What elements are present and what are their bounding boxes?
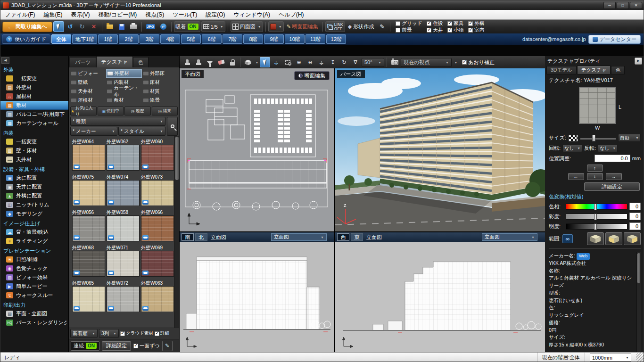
ceiling-checkbox[interactable]: 天井 — [427, 27, 443, 33]
menu-file[interactable]: ファイル(F) — [0, 10, 39, 19]
furniture-tool-dropdown[interactable]: ▼ — [268, 21, 284, 32]
east-tab[interactable]: 東 — [351, 233, 363, 241]
tab-color-props[interactable]: 色 — [611, 66, 625, 74]
floor-tab-11[interactable]: 11階 — [305, 34, 325, 44]
mapping-face-button[interactable] — [624, 232, 641, 245]
sidebar-item-background[interactable]: ☁背・前景/映込 — [0, 228, 68, 237]
scrollbar-thumb[interactable] — [637, 253, 640, 283]
texture-tile[interactable]: 外壁W072 — [107, 280, 140, 312]
fit-view-button[interactable] — [271, 57, 281, 67]
usage-guide-button[interactable]: ? 使い方ガイド — [2, 34, 50, 44]
pan-button[interactable] — [316, 57, 327, 67]
texture-tile[interactable]: 外壁W062 — [107, 139, 140, 171]
tab-texture-props[interactable]: テクスチャ — [577, 66, 611, 74]
hue-slider[interactable] — [566, 204, 627, 210]
maker-dropdown[interactable]: * メーカー▼ — [70, 127, 117, 136]
jpg-export-button[interactable]: JPG — [144, 21, 157, 32]
texture-tile[interactable]: 外壁W064 — [72, 139, 105, 171]
sort-dropdown[interactable]: 新着順▼ — [70, 329, 98, 338]
texture-tile[interactable]: 外壁W074 — [107, 174, 140, 206]
look-down-button[interactable]: ↧ — [328, 57, 338, 67]
sidebar-item-color-check[interactable]: ◉色覚チェック — [0, 264, 68, 273]
sidebar-item-plan-elevation-print[interactable]: ▤平面・立面図 — [0, 309, 68, 318]
slider-thumb[interactable] — [594, 204, 597, 210]
floor-tab-all[interactable]: 全体 — [51, 34, 71, 44]
mapping-box-button[interactable] — [587, 232, 604, 245]
texture-tile[interactable]: 外壁W075 — [72, 174, 105, 206]
fov-button[interactable]: ∇ — [350, 57, 361, 67]
resize-grip[interactable] — [636, 353, 644, 362]
floor-tab-9[interactable]: 9階 — [264, 34, 284, 44]
orbit-button[interactable]: ↻ — [339, 57, 349, 67]
furniture-checkbox[interactable]: 家具 — [447, 20, 463, 26]
elevation-south-viewport[interactable]: 南 北 立面図 立面図▼ — [180, 232, 334, 352]
save-button[interactable] — [116, 21, 127, 32]
sidebar-item-place-ceiling[interactable]: ▣天井に配置 — [0, 182, 68, 191]
sidebar-item-niche-trim[interactable]: ◫ニッチ/トリム — [0, 200, 68, 209]
texture-tile[interactable]: 外壁W068 — [72, 245, 105, 277]
viewpoint-extra-dropdown[interactable]: ▼ — [453, 57, 458, 67]
sidebar-item-roof-material[interactable]: ⌂屋根材 — [0, 92, 68, 101]
brightness-input[interactable]: 0 — [629, 222, 641, 230]
sidebar-item-easy-movie[interactable]: ▶簡単ムービー — [0, 282, 68, 291]
category-material[interactable]: 材質 — [142, 87, 178, 96]
brightness-slider[interactable] — [566, 223, 627, 230]
north-tab[interactable]: 北 — [195, 233, 207, 241]
back-to-floorplan-button[interactable]: ← 間取り編集へ — [2, 22, 52, 32]
category-ceiling-material[interactable]: 天井材 — [70, 87, 106, 96]
cloud-material-checkbox[interactable]: クラウド素材 — [120, 330, 153, 337]
category-accessory[interactable]: 添景 — [142, 96, 178, 105]
tilt-correction-checkbox[interactable]: あおり補正 — [462, 59, 495, 66]
zoom-window-button[interactable] — [282, 57, 293, 67]
sidebar-item-wall-floor[interactable]: ▨壁・床材 — [0, 146, 68, 155]
zoom-in-button[interactable]: ⊕ — [294, 57, 304, 67]
sidebar-item-curtain-wall[interactable]: ▦カーテンウォール — [0, 119, 68, 128]
link-faces-button[interactable]: ∞ — [562, 234, 573, 243]
zoom-out-button[interactable]: ⊖ — [305, 57, 315, 67]
columns-dropdown[interactable]: 3列▼ — [99, 329, 119, 338]
tab-parts[interactable]: パーツ — [70, 57, 96, 67]
scrollbar-thumb[interactable] — [175, 137, 179, 180]
menu-tools[interactable]: ツール(T) — [168, 10, 201, 19]
nudge-down-button[interactable]: ↓ — [587, 173, 603, 180]
texture-tile[interactable]: 外壁W058 — [107, 209, 140, 241]
interior-checkbox[interactable]: 室内 — [468, 27, 484, 33]
style-dropdown[interactable]: * スタイル▼ — [118, 127, 165, 136]
slider-thumb[interactable] — [592, 135, 595, 141]
viewpoint-dropdown[interactable]: 現在の視点▼ — [401, 58, 452, 67]
category-floor-material[interactable]: 床材 — [142, 78, 178, 87]
kind-dropdown[interactable]: * 種類▼ — [70, 117, 165, 126]
west-tab[interactable]: 西 — [337, 233, 349, 241]
texture-tile[interactable]: 外壁W071 — [107, 245, 140, 277]
texture-tile[interactable]: 外壁W063 — [141, 280, 174, 312]
nudge-left-button[interactable]: ← — [568, 173, 584, 180]
plan-viewport[interactable]: 平面図 断面編集 — [180, 68, 334, 231]
flip-dropdown[interactable]: なし▼ — [598, 144, 618, 152]
menu-settings[interactable]: 設定(O) — [201, 10, 229, 19]
menu-view[interactable]: 表示(V) — [66, 10, 94, 19]
sidebar-item-paving-material[interactable]: ▦敷材 — [0, 101, 68, 110]
datacenter-button[interactable]: データセンター — [588, 35, 641, 44]
sidebar-item-balcony[interactable]: ▥バルコニー/共用廊下 — [0, 110, 68, 119]
lock-button[interactable] — [227, 57, 238, 67]
rotate-dropdown[interactable]: なし▼ — [562, 144, 582, 152]
texture-tile[interactable]: 外壁W066 — [141, 209, 174, 241]
sidebar-item-perspective-render[interactable]: HQパース・レンダリング — [0, 318, 68, 327]
floor-tab-4[interactable]: 4階 — [160, 34, 180, 44]
elevation-type-dropdown[interactable]: 立面図▼ — [482, 233, 537, 241]
menu-help[interactable]: ヘルプ(H) — [274, 10, 308, 19]
continuous-toggle-button[interactable]: 連続 ON — [71, 341, 99, 351]
display-mode-button[interactable] — [243, 57, 253, 67]
size-slider[interactable] — [580, 135, 616, 141]
print-button[interactable] — [128, 21, 139, 32]
grid-scale-dropdown[interactable]: 1/5 ▼ — [201, 21, 225, 32]
sidebar-item-place-floor[interactable]: ▣床に配置 — [0, 173, 68, 182]
tab-color[interactable]: 色 — [133, 57, 149, 67]
category-paving-material[interactable]: 敷材 — [106, 96, 141, 105]
floor-tab-1[interactable]: 1階 — [98, 34, 118, 44]
category-exterior-wall[interactable]: 外壁材 — [106, 69, 141, 78]
fov-angle-dropdown[interactable]: 50°▼ — [362, 58, 384, 67]
sidebar-item-walkthrough[interactable]: ↯ウォークスルー — [0, 291, 68, 300]
info-scrollbar[interactable] — [636, 252, 641, 352]
texture-tile[interactable]: 外壁W060 — [141, 139, 174, 171]
